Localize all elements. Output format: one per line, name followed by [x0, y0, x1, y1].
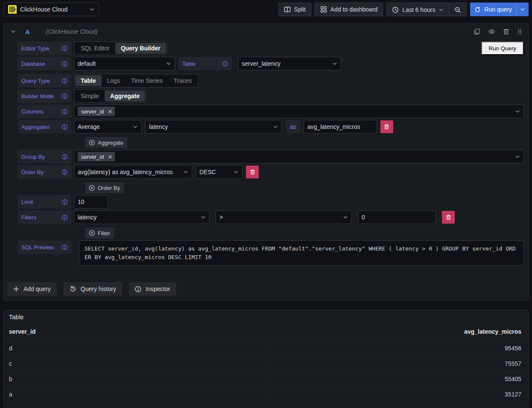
query-editor-footer: Add query Query history Inspector [4, 268, 528, 300]
aggregate-function-select[interactable]: Average [74, 120, 142, 134]
duplicate-query-button[interactable] [474, 28, 480, 35]
columns-label: Columns [18, 105, 71, 118]
info-icon[interactable] [62, 124, 67, 130]
order-by-field-select[interactable]: avg(latency) as avg_latency_micros [74, 165, 192, 179]
info-icon[interactable] [62, 109, 67, 114]
panel-run-query-button[interactable]: Run Query [481, 41, 524, 55]
remove-chip-icon[interactable]: ✕ [107, 154, 113, 160]
remove-order-by-button[interactable] [246, 166, 259, 178]
add-filter-button[interactable]: Filter [85, 227, 114, 239]
limit-input[interactable] [74, 195, 108, 209]
drag-handle-icon[interactable] [517, 28, 522, 35]
query-header-actions [474, 28, 522, 35]
add-query-button[interactable]: Add query [7, 282, 57, 296]
builder-mode-toggle: Simple Aggregate [74, 89, 146, 103]
split-icon [284, 6, 291, 13]
delete-query-button[interactable] [503, 28, 509, 35]
query-type-table-option[interactable]: Table [75, 75, 102, 86]
editor-type-label: Editor Type [18, 41, 71, 55]
add-to-dashboard-button[interactable]: Add to dashboard [315, 3, 383, 16]
info-icon[interactable] [62, 169, 67, 175]
row-sql-preview: SQL Preview SELECT server_id, avg(latenc… [18, 240, 524, 266]
info-icon[interactable] [62, 93, 67, 99]
group-by-multiselect[interactable]: server_id ✕ [74, 150, 524, 163]
magnifier-minus-icon [454, 6, 461, 13]
table-select[interactable]: server_latency [238, 57, 341, 70]
disable-query-eye-button[interactable] [488, 28, 495, 35]
add-aggregate-button[interactable]: Aggregate [85, 137, 127, 148]
run-query-options-button[interactable] [516, 3, 529, 16]
query-header: A (ClickHouse Cloud) [4, 24, 528, 39]
query-type-traces-option[interactable]: Traces [168, 75, 197, 86]
zoom-out-time-button[interactable] [449, 3, 466, 16]
filter-column-select[interactable]: latency [74, 210, 210, 224]
limit-label: Limit [18, 195, 71, 209]
remove-chip-icon[interactable]: ✕ [107, 108, 113, 115]
selected-column-chip[interactable]: server_id ✕ [78, 107, 115, 116]
builder-mode-aggregate-option[interactable]: Aggregate [105, 90, 145, 102]
datasource-picker[interactable]: ClickHouse Cloud [3, 3, 99, 16]
inspector-button[interactable]: Inspector [129, 282, 176, 296]
run-query-button[interactable]: Run query [470, 3, 516, 16]
row-filters: Filters latency > [18, 210, 524, 224]
info-icon[interactable] [62, 199, 67, 205]
chevron-down-icon [520, 7, 525, 12]
selected-group-by-chip[interactable]: server_id ✕ [78, 152, 115, 161]
editor-type-toggle: SQL Editor Query Builder [74, 41, 167, 55]
aggregate-column-select[interactable]: latency [145, 120, 282, 134]
clickhouse-logo-icon [8, 5, 17, 14]
order-by-direction-select[interactable]: DESC [196, 165, 243, 179]
chevron-down-icon [515, 154, 520, 159]
sql-editor-option[interactable]: SQL Editor [75, 43, 115, 54]
row-query-type: Query Type Table Logs Time Series Traces [18, 74, 524, 87]
info-icon[interactable] [62, 61, 67, 67]
column-header-server-id[interactable]: server_id [4, 328, 265, 335]
builder-mode-simple-option[interactable]: Simple [75, 90, 105, 102]
circle-plus-icon [89, 230, 95, 236]
remove-aggregate-button[interactable] [380, 120, 393, 133]
database-select[interactable]: default [74, 57, 175, 70]
column-header-avg-latency-micros[interactable]: avg_latency_micros [265, 328, 528, 335]
run-query-split-button: Run query [470, 3, 529, 16]
table-row: c 75557 [4, 356, 528, 371]
query-builder-form: Editor Type SQL Editor Query Builder Run… [4, 39, 528, 266]
query-builder-option[interactable]: Query Builder [115, 43, 166, 54]
chevron-down-icon [234, 169, 239, 175]
row-aggregates: Aggregates Average latency [18, 120, 524, 134]
columns-multiselect[interactable]: server_id ✕ [74, 105, 524, 118]
chevron-down-icon [438, 7, 444, 12]
query-type-time-series-option[interactable]: Time Series [126, 75, 168, 86]
collapse-query-button[interactable] [11, 29, 16, 34]
chevron-down-icon [201, 215, 206, 220]
split-button[interactable]: Split [278, 3, 311, 16]
aggregate-alias-input[interactable] [304, 120, 377, 134]
info-icon[interactable] [62, 245, 67, 250]
chevron-down-icon [273, 124, 278, 129]
query-editor-panel: A (ClickHouse Cloud) [3, 23, 529, 300]
row-add-filter: Filter [85, 227, 524, 239]
info-icon[interactable] [62, 215, 67, 220]
table-row: d 95456 [4, 341, 528, 356]
row-columns: Columns server_id ✕ [18, 105, 524, 118]
datasource-name: ClickHouse Cloud [20, 6, 86, 13]
info-icon[interactable] [62, 154, 67, 160]
info-icon[interactable] [222, 61, 228, 67]
table-header-row: server_id avg_latency_micros [4, 323, 528, 341]
chevron-down-icon [183, 169, 188, 175]
sql-preview-text: SELECT server_id, avg(latency) as avg_la… [79, 240, 524, 266]
query-datasource-hint: (ClickHouse Cloud) [46, 28, 98, 35]
query-type-logs-option[interactable]: Logs [102, 75, 126, 86]
history-icon [70, 286, 76, 292]
add-order-by-button[interactable]: Order By [85, 182, 124, 193]
filter-operator-select[interactable]: > [216, 210, 352, 224]
query-type-toggle: Table Logs Time Series Traces [74, 74, 199, 87]
time-range-picker[interactable]: Last 6 hours [387, 3, 449, 16]
info-icon[interactable] [62, 78, 67, 84]
query-type-label: Query Type [18, 74, 71, 87]
query-history-button[interactable]: Query history [64, 282, 122, 296]
aggregates-label: Aggregates [18, 120, 71, 134]
info-icon[interactable] [62, 46, 67, 51]
remove-filter-button[interactable] [442, 211, 455, 224]
filter-value-input[interactable] [358, 210, 436, 224]
chevron-down-icon [515, 109, 520, 114]
